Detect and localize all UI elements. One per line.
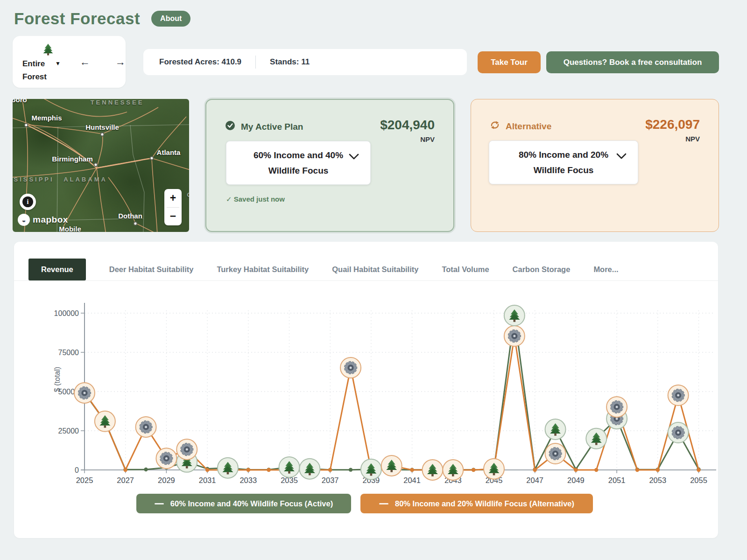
planting-event-marker[interactable] xyxy=(381,455,402,476)
active-plan-select[interactable]: 60% Income and 40% Wildlife Focus xyxy=(226,141,371,185)
svg-text:2033: 2033 xyxy=(240,476,257,484)
alternative-plan-npv: $226,097 NPV xyxy=(645,117,700,143)
svg-text:25000: 25000 xyxy=(58,427,79,435)
planting-event-marker[interactable] xyxy=(299,459,320,479)
harvest-event-marker[interactable] xyxy=(668,422,689,443)
stands-stat: Stands: 11 xyxy=(270,57,310,67)
svg-text:2029: 2029 xyxy=(158,476,175,484)
legend-active-label: 60% Income and 40% Wildlife Focus (Activ… xyxy=(170,499,333,508)
svg-text:$ (total): $ (total) xyxy=(53,367,61,392)
mapbox-attribution: ◒ mapbox xyxy=(18,214,68,226)
planting-event-marker[interactable] xyxy=(218,458,238,478)
svg-text:100000: 100000 xyxy=(54,309,79,317)
map-state-label: TENNESSEE xyxy=(91,99,144,106)
planting-event-marker[interactable] xyxy=(484,459,504,479)
forest-forecast-app: Forest Forecast About Entire Forest ▼ ← … xyxy=(0,0,747,560)
forested-acres-stat: Forested Acres: 410.9 xyxy=(159,57,241,67)
map-city-label: Memphis xyxy=(31,114,62,122)
planting-event-marker[interactable] xyxy=(422,460,443,480)
line-dash-icon xyxy=(155,503,164,504)
svg-text:2027: 2027 xyxy=(117,476,134,484)
header: Forest Forecast About xyxy=(14,9,190,28)
alternative-plan-select[interactable]: 80% Income and 20% Wildlife Focus xyxy=(489,140,638,184)
map-info-button[interactable]: i xyxy=(20,194,36,210)
active-plan-card: My Active Plan $204,940 NPV 60% Income a… xyxy=(205,99,454,232)
info-icon: i xyxy=(22,196,33,207)
planting-event-marker[interactable] xyxy=(443,460,463,480)
map-city-label: Birmingham xyxy=(52,155,93,163)
npv-label: NPV xyxy=(380,135,435,143)
zoom-out-button[interactable]: − xyxy=(164,208,182,226)
map-state-label: MISSISSIPPI xyxy=(13,176,54,183)
map-zoom-control: + − xyxy=(164,189,182,225)
map-state-label: GEORGIA xyxy=(187,191,189,198)
mapbox-icon: ◒ xyxy=(18,214,30,226)
map-city-label: boro xyxy=(13,99,27,104)
svg-text:2037: 2037 xyxy=(322,476,339,484)
svg-text:2053: 2053 xyxy=(649,476,666,484)
svg-text:0: 0 xyxy=(75,466,79,474)
planting-event-marker[interactable] xyxy=(586,428,606,449)
harvest-event-marker[interactable] xyxy=(668,385,689,406)
forest-selector-dropdown[interactable]: Entire Forest ▼ xyxy=(22,57,78,84)
map-state-label: ALABAMA xyxy=(63,176,107,183)
forest-selector-label: Entire Forest xyxy=(22,57,56,84)
planting-event-marker[interactable] xyxy=(361,459,381,480)
book-consultation-button[interactable]: Questions? Book a free consultation xyxy=(546,51,719,73)
legend-alternative-series[interactable]: 80% Income and 20% Wildlife Focus (Alter… xyxy=(360,494,593,513)
map-city-label: Huntsville xyxy=(85,123,119,131)
svg-text:2031: 2031 xyxy=(199,476,216,484)
map-city-dot xyxy=(94,163,98,167)
legend-alternative-label: 80% Income and 20% Wildlife Focus (Alter… xyxy=(395,499,574,508)
active-plan-selected-option: 60% Income and 40% Wildlife Focus xyxy=(252,147,345,178)
alternative-plan-selected-option: 80% Income and 20% Wildlife Focus xyxy=(517,147,610,178)
alternative-plan-header: Alternative xyxy=(490,120,551,133)
tree-icon xyxy=(42,43,54,57)
alternative-plan-label: Alternative xyxy=(506,121,551,132)
harvest-event-marker[interactable] xyxy=(176,439,197,460)
legend-active-series[interactable]: 60% Income and 40% Wildlife Focus (Activ… xyxy=(136,494,351,513)
planting-event-marker[interactable] xyxy=(545,419,566,440)
svg-text:2051: 2051 xyxy=(608,476,626,484)
svg-text:2041: 2041 xyxy=(403,476,421,484)
prev-stand-button[interactable]: ← xyxy=(77,56,93,69)
harvest-event-marker[interactable] xyxy=(74,383,95,403)
zoom-in-button[interactable]: + xyxy=(164,189,182,207)
harvest-event-marker[interactable] xyxy=(156,448,176,469)
npv-label: NPV xyxy=(645,135,700,143)
take-tour-button[interactable]: Take Tour xyxy=(478,51,541,73)
map-city-label: Atlanta xyxy=(157,148,181,156)
npv-amount: $226,097 xyxy=(645,117,700,132)
forest-selector-card: Entire Forest ▼ ← → xyxy=(13,36,126,88)
map-city-dot xyxy=(150,156,154,161)
page-title: Forest Forecast xyxy=(14,9,140,28)
about-button[interactable]: About xyxy=(151,11,190,27)
svg-text:75000: 75000 xyxy=(58,349,79,357)
swap-icon xyxy=(490,120,500,133)
svg-text:2055: 2055 xyxy=(690,476,707,484)
harvest-event-marker[interactable] xyxy=(606,397,627,417)
saved-status: ✓ Saved just now xyxy=(226,195,285,203)
npv-amount: $204,940 xyxy=(380,118,435,133)
divider xyxy=(255,56,256,69)
svg-text:2049: 2049 xyxy=(567,476,585,484)
harvest-event-marker[interactable] xyxy=(136,417,156,437)
chevron-down-icon xyxy=(616,153,627,161)
harvest-event-marker[interactable] xyxy=(340,357,361,378)
map-city-label: Dothan xyxy=(118,212,142,220)
chevron-down-icon xyxy=(349,154,359,162)
active-plan-label: My Active Plan xyxy=(241,122,303,132)
planting-event-marker[interactable] xyxy=(95,411,115,432)
stats-bar: Forested Acres: 410.9 Stands: 11 xyxy=(143,49,467,75)
harvest-event-marker[interactable] xyxy=(504,326,525,346)
map[interactable]: TENNESSEEMISSISSIPPIALABAMAGEORGIAboroMe… xyxy=(13,99,189,232)
harvest-event-marker[interactable] xyxy=(545,443,566,464)
planting-event-marker[interactable] xyxy=(504,305,525,326)
next-stand-button[interactable]: → xyxy=(113,56,128,69)
planting-event-marker[interactable] xyxy=(279,457,300,477)
chart-card: RevenueDeer Habitat SuitabilityTurkey Ha… xyxy=(14,242,718,538)
caret-down-icon[interactable]: ▼ xyxy=(55,60,61,67)
active-plan-header: My Active Plan xyxy=(225,120,303,133)
active-plan-npv: $204,940 NPV xyxy=(380,118,435,143)
check-circle-icon xyxy=(225,120,235,133)
